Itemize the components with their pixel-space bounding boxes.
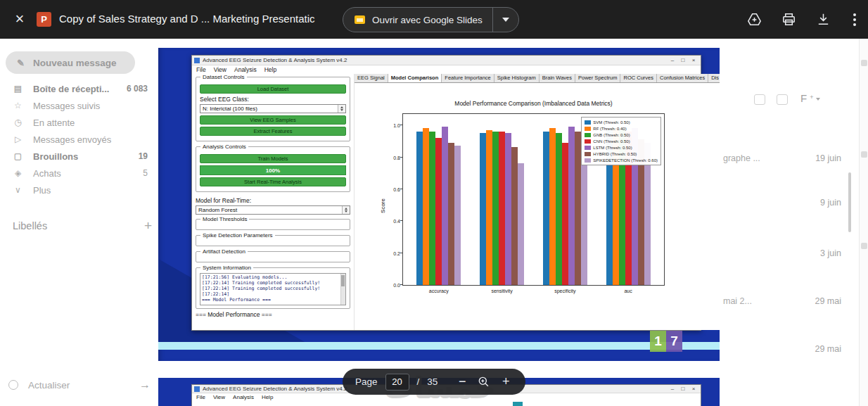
sidebar-item[interactable]: ◷En attente (6, 114, 155, 131)
legend-label: CNN (Thresh: 0.50) (593, 139, 630, 144)
download-icon[interactable] (815, 11, 831, 27)
zoom-out-button[interactable]: − (455, 374, 469, 389)
minimize-button[interactable]: – (668, 385, 677, 393)
menu-file[interactable]: File (196, 66, 206, 73)
model-performance-footer: === Model Performance === (196, 311, 350, 318)
tab-eeg-signal[interactable]: EEG Signal (355, 74, 388, 82)
sidebar-item[interactable]: ∨Plus (6, 182, 155, 198)
legend-label: SVM (Thresh: 0.50) (593, 120, 630, 125)
scrollbar-thumb[interactable] (848, 172, 851, 232)
side-panel-icon[interactable] (861, 243, 867, 249)
open-with-dropdown[interactable] (493, 8, 518, 32)
control-panel: Dataset Controls Load Dataset Select EEG… (192, 74, 354, 330)
refresh-row[interactable]: Actualiser → (8, 379, 151, 391)
menu-help[interactable]: Help (262, 394, 273, 400)
tab-spike-histogram[interactable]: Spike Histogram (494, 74, 540, 82)
open-with-main[interactable]: Ouvrir avec Google Slides (343, 8, 492, 32)
spinner-icon[interactable] (342, 206, 350, 214)
bar-specificity (562, 143, 568, 286)
inbox-icon: ▤ (13, 84, 23, 94)
arrow-right-icon[interactable]: → (139, 379, 151, 391)
bar-sensitivity (499, 132, 505, 285)
system-log: [17:21:56] Evaluating models...[17:22:14… (202, 274, 339, 303)
maximize-button[interactable]: □ (678, 56, 688, 65)
zoom-icon[interactable] (477, 375, 491, 389)
group-title: Dataset Controls (200, 74, 247, 80)
legend-row: SPIKEDETECTION (Thresh: 0.60) (585, 157, 658, 163)
compose-button[interactable]: ✎ Nouveau message (6, 51, 135, 74)
page-number-input[interactable] (385, 374, 409, 391)
add-to-drive-icon[interactable] (746, 11, 762, 27)
model-dropdown[interactable]: Random Forest (196, 205, 350, 215)
view-eeg-samples-button[interactable]: View EEG Samples (200, 115, 346, 125)
spinner-icon[interactable] (338, 105, 345, 113)
print-icon[interactable] (781, 11, 797, 27)
menu-help[interactable]: Help (264, 66, 276, 73)
legend-row: RF (Thresh: 0.40) (585, 125, 658, 132)
app-icon (194, 58, 200, 63)
start-realtime-button[interactable]: Start Real-Time Analysis (200, 177, 346, 186)
tab-feature-importance[interactable]: Feature Importance (442, 74, 494, 82)
close-icon[interactable]: × (10, 9, 30, 29)
tab-roc-curves[interactable]: ROC Curves (620, 74, 657, 82)
profile-icon (8, 380, 18, 390)
menu-file[interactable]: File (196, 394, 205, 400)
zoom-in-button[interactable]: + (499, 374, 513, 389)
more-options-icon[interactable] (850, 13, 860, 26)
email-date: 3 juin (808, 248, 841, 258)
group-title: Spike Detection Parameters (200, 232, 275, 239)
input-tools-icon[interactable]: F+ (800, 92, 820, 104)
legend-label: RF (Thresh: 0.40) (593, 127, 626, 131)
side-panel-icon[interactable] (861, 60, 867, 66)
window-title: Advanced EEG Seizure Detection & Analysi… (203, 57, 665, 63)
add-label-button[interactable]: + (144, 218, 152, 234)
system-log-box[interactable]: [17:21:56] Evaluating models...[17:22:14… (200, 273, 346, 305)
log-line: === Model Performance === (202, 297, 339, 303)
legend-row: HYBRID (Thresh: 0.50) (585, 151, 658, 157)
close-window-button[interactable]: × (689, 385, 698, 393)
side-panel-icon[interactable] (861, 151, 867, 158)
app-icon (194, 386, 200, 392)
sidebar-item[interactable]: ◈Achats5 (6, 165, 155, 182)
menu-view[interactable]: View (214, 66, 226, 73)
sidebar-item[interactable]: ☆Messages suivis (6, 97, 155, 114)
tab-power-spectrum[interactable]: Power Spectrum (575, 74, 620, 82)
tab-dis[interactable]: Dis (708, 74, 720, 82)
visualization-panel: EEG SignalModel ComparisonFeature Import… (354, 74, 720, 330)
log-scrollbar-thumb[interactable] (341, 275, 345, 286)
y-tick-label: 0.0 (388, 283, 400, 288)
compose-label: Nouveau message (33, 58, 117, 68)
sidebar-item-label: Boîte de récepti... (33, 84, 109, 94)
log-scrollbar[interactable] (340, 274, 345, 305)
load-dataset-button[interactable]: Load Dataset (200, 84, 346, 94)
bar-sensitivity (486, 130, 492, 286)
maximize-button[interactable]: □ (678, 385, 688, 393)
menu-analysis[interactable]: Analysis (234, 66, 257, 73)
eeg-class-dropdown[interactable]: N: Interictal (100 files) (200, 104, 346, 113)
slide-accent-stripe (158, 342, 720, 350)
sidebar-item[interactable]: ▤Boîte de récepti...6 083 (6, 80, 155, 97)
sidebar-item[interactable]: ▢Brouillons19 (6, 148, 155, 165)
minimize-button[interactable]: – (668, 56, 677, 65)
tab-brain-waves[interactable]: Brain Waves (540, 74, 575, 82)
bar-sensitivity (505, 133, 511, 285)
bar-specificity (549, 128, 556, 285)
sidebar-item-label: Achats (33, 168, 61, 179)
legend-row: LSTM (Thresh: 0.50) (585, 144, 658, 151)
open-in-new-icon[interactable] (777, 94, 788, 105)
x-tick-label: specificity (534, 288, 597, 293)
menu-analysis[interactable]: Analysis (233, 394, 254, 400)
tab-model-comparison[interactable]: Model Comparison (388, 74, 442, 82)
menu-view[interactable]: View (213, 394, 225, 400)
train-models-button[interactable]: Train Models (200, 154, 346, 163)
sidebar-item-count: 6 083 (127, 84, 148, 94)
refresh-label: Actualiser (28, 380, 70, 391)
print-email-icon[interactable] (754, 94, 765, 105)
sidebar-item[interactable]: ▷Messages envoyés (6, 131, 155, 148)
extract-features-button[interactable]: Extract Features (200, 127, 346, 136)
open-with-label: Ouvrir avec Google Slides (372, 15, 483, 25)
close-window-button[interactable]: × (689, 56, 698, 65)
tab-confusion-matrices[interactable]: Confusion Matrices (657, 74, 708, 82)
bar-accuracy (448, 143, 454, 286)
bar-sensitivity (480, 133, 486, 285)
